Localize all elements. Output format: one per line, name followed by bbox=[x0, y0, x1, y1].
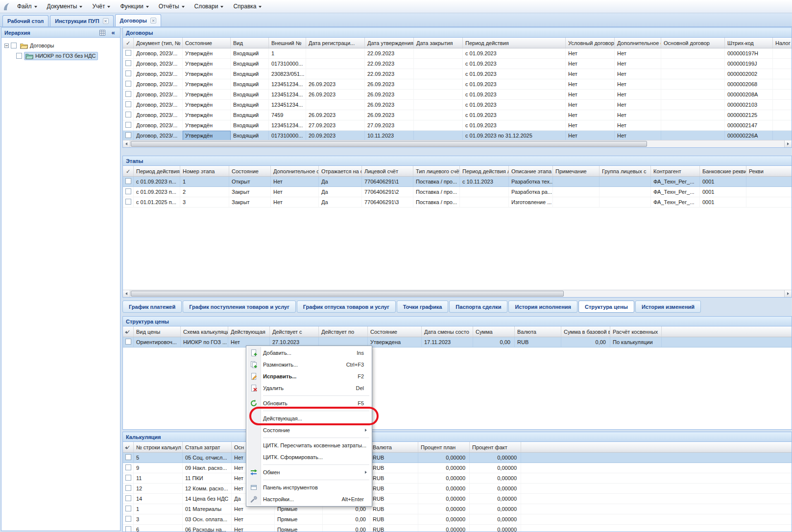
scroll-left-icon[interactable] bbox=[123, 290, 130, 297]
contracts-row[interactable]: Договор, 2023/...УтверждёнВходящий745926… bbox=[123, 110, 792, 120]
subtab[interactable]: Структура цены bbox=[578, 301, 634, 313]
menubar-item[interactable]: Справка bbox=[228, 0, 266, 13]
column-header[interactable]: Дополнительное с bbox=[271, 166, 319, 176]
column-header[interactable]: Вид цены bbox=[134, 326, 181, 337]
row-checkbox[interactable] bbox=[125, 475, 131, 481]
price-row[interactable]: Ориентировоч...НИОКР по ГОЗ ...Нет27.10.… bbox=[123, 337, 792, 347]
column-header[interactable]: Условный договор bbox=[566, 38, 615, 48]
column-header[interactable]: Дополнительное с bbox=[615, 38, 661, 48]
menubar-item[interactable]: Файл bbox=[12, 0, 42, 13]
column-header[interactable]: Вид bbox=[231, 38, 269, 48]
context-menu-item[interactable]: Добавить...Ins bbox=[247, 347, 371, 359]
column-header[interactable]: Сумма в базовой в bbox=[561, 326, 610, 337]
subtab[interactable]: История изменений bbox=[635, 301, 701, 313]
calc-row[interactable]: 1414 Цена без НДСДаRUB0,000000,00000 bbox=[123, 494, 792, 504]
column-header[interactable]: Дата смены состо bbox=[422, 326, 473, 337]
context-menu-item[interactable]: Действующая... bbox=[247, 413, 371, 424]
tree-node[interactable]: НИОКР по ГОЗ без НДС bbox=[1, 51, 120, 61]
contracts-row[interactable]: Договор, 2023/...УтверждёнВходящий123451… bbox=[123, 100, 792, 110]
column-header[interactable]: Период действия л bbox=[460, 166, 509, 176]
stages-row[interactable]: с 01.01.2025 п...3ЗакрытНетДа7706406291\… bbox=[123, 197, 792, 208]
row-checkbox[interactable] bbox=[125, 199, 131, 205]
column-header[interactable]: Состояние bbox=[183, 38, 231, 48]
column-header[interactable]: Описание этапа bbox=[509, 166, 553, 176]
row-checkbox[interactable] bbox=[125, 339, 131, 345]
scroll-right-icon[interactable] bbox=[784, 140, 792, 147]
tree-checkbox[interactable] bbox=[11, 43, 17, 48]
close-tab-icon[interactable]: × bbox=[150, 18, 156, 23]
column-header[interactable]: Период действия bbox=[134, 166, 180, 176]
scroll-left-icon[interactable] bbox=[123, 327, 128, 337]
calc-row[interactable]: 909 Накл. расхо...НетRUB0,000000,00000 bbox=[123, 463, 792, 473]
column-header[interactable]: Схема калькуляци bbox=[181, 326, 228, 337]
column-header[interactable]: Отражается на су bbox=[319, 166, 362, 176]
row-checkbox[interactable] bbox=[125, 485, 131, 491]
menubar-item[interactable]: Документы bbox=[42, 0, 88, 13]
calc-row[interactable]: 1111 ПКИНетRUB0,000000,00000 bbox=[123, 473, 792, 484]
column-header[interactable]: Сумма bbox=[473, 326, 515, 337]
subtab[interactable]: График поступления товаров и услуг bbox=[183, 301, 295, 313]
calc-row[interactable]: 303 Осн. оплата...НетПрямые0,00RUB0,0000… bbox=[123, 514, 792, 525]
column-header[interactable]: Действующая bbox=[228, 326, 270, 337]
row-checkbox[interactable] bbox=[125, 50, 131, 56]
row-checkbox[interactable] bbox=[125, 112, 131, 117]
column-header[interactable]: Статья затрат bbox=[183, 442, 232, 452]
column-header[interactable]: Внешний № bbox=[269, 38, 306, 48]
column-header[interactable]: Дата закрытия bbox=[414, 38, 463, 48]
contracts-row[interactable]: Договор, 2023/...УтверждёнВходящий123451… bbox=[123, 90, 792, 100]
row-checkbox[interactable] bbox=[125, 526, 131, 532]
column-header[interactable]: Основной договор bbox=[661, 38, 725, 48]
subtab[interactable]: История исполнения bbox=[508, 301, 577, 313]
column-header[interactable]: Состояние bbox=[229, 166, 271, 176]
contracts-row[interactable]: Договор, 2023/...УтверждёнВходящий230823… bbox=[123, 69, 792, 79]
column-header[interactable]: Валюта bbox=[515, 326, 561, 337]
row-checkbox[interactable] bbox=[125, 454, 131, 460]
column-header[interactable]: Состояние bbox=[368, 326, 422, 337]
contracts-row[interactable]: Договор, 2023/...УтверждёнВходящий122.09… bbox=[123, 48, 792, 59]
column-header[interactable]: Лицевой счёт bbox=[362, 166, 413, 176]
stages-row[interactable]: с 01.09.2023 п...1ОткрытНетДа7706406291\… bbox=[123, 177, 792, 187]
column-header[interactable]: Банковские реквиз bbox=[700, 166, 746, 176]
subtab[interactable]: Паспорта сделки bbox=[449, 301, 507, 313]
stages-row[interactable]: с 01.09.2023 п...2ЗакрытНетДа7706406291\… bbox=[123, 187, 792, 197]
column-header[interactable]: Номер этапа bbox=[180, 166, 229, 176]
row-checkbox[interactable] bbox=[125, 516, 131, 522]
menubar-item[interactable]: Отчёты bbox=[154, 0, 190, 13]
row-checkbox[interactable] bbox=[125, 91, 131, 97]
context-menu-item[interactable]: Обмен bbox=[247, 466, 371, 478]
context-menu-item[interactable]: Панель инструментов bbox=[247, 482, 371, 493]
column-header[interactable]: Документ (тип, № bbox=[134, 38, 183, 48]
row-checkbox[interactable] bbox=[125, 122, 131, 128]
subtab[interactable]: График отпуска товаров и услуг bbox=[297, 301, 396, 313]
row-checkbox[interactable] bbox=[125, 464, 131, 470]
column-header[interactable]: Примечание bbox=[553, 166, 600, 176]
select-all-header[interactable]: ✓ bbox=[123, 166, 134, 176]
tree-expander-icon[interactable] bbox=[4, 44, 9, 48]
scrollbar-thumb[interactable] bbox=[131, 291, 564, 297]
row-checkbox[interactable] bbox=[125, 81, 131, 87]
column-header[interactable]: Процент план bbox=[418, 442, 470, 452]
calc-row[interactable]: 1212 Комм. расхо...НетRUB0,000000,00000 bbox=[123, 484, 792, 494]
hierarchy-view-icon[interactable] bbox=[98, 29, 106, 37]
column-header[interactable]: Штрих-код bbox=[725, 38, 773, 48]
calc-row[interactable]: 606 Расходы на...НетПрямые0,00RUB0,00000… bbox=[123, 525, 792, 532]
scrollbar-thumb[interactable] bbox=[131, 141, 647, 147]
context-menu-item[interactable]: Настройки...Alt+Enter bbox=[247, 493, 371, 505]
column-header[interactable]: Рекви bbox=[746, 166, 792, 176]
row-checkbox[interactable] bbox=[125, 495, 131, 501]
contracts-hscrollbar[interactable] bbox=[123, 140, 792, 147]
column-header[interactable]: Дата утверждения bbox=[365, 38, 414, 48]
context-menu-item[interactable]: ЦИТК. Пересчитать косвенные затраты... bbox=[247, 439, 371, 451]
subtab[interactable]: График платежей bbox=[122, 301, 182, 313]
close-tab-icon[interactable]: × bbox=[103, 18, 109, 24]
row-checkbox[interactable] bbox=[125, 70, 131, 76]
scroll-left-icon[interactable] bbox=[123, 442, 128, 453]
column-header[interactable]: Процент факт bbox=[470, 442, 521, 452]
column-header[interactable]: Период действия bbox=[463, 38, 566, 48]
select-all-header[interactable]: ✓ bbox=[123, 38, 134, 48]
column-header[interactable]: Контрагент bbox=[651, 166, 700, 176]
column-header[interactable]: Действует по bbox=[319, 326, 368, 337]
scroll-right-icon[interactable] bbox=[784, 290, 792, 297]
context-menu-item[interactable]: ЦИТК. Сформировать... bbox=[247, 451, 371, 463]
calc-row[interactable]: 101 МатериалыНетПрямые0,00RUB0,000000,00… bbox=[123, 504, 792, 514]
